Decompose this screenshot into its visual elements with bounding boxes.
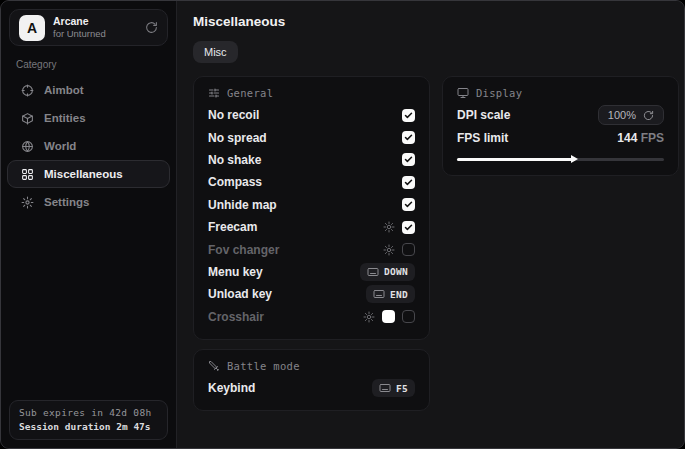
- brand-name: Arcane: [53, 15, 137, 28]
- setting-row-freecam: Freecam: [208, 216, 415, 238]
- general-panel: General No recoil No spread No shake: [193, 76, 430, 340]
- setting-row-fps-limit: FPS limit 144 FPS: [457, 126, 664, 148]
- session-duration-text: Session duration 2m 47s: [19, 421, 158, 432]
- main-content: Miscellaneous Misc: [177, 1, 685, 448]
- sidebar-item-label: Settings: [44, 196, 89, 208]
- grid-icon: [20, 168, 34, 181]
- panel-title: Display: [476, 87, 522, 99]
- keybind-value: END: [390, 289, 408, 300]
- color-swatch[interactable]: [382, 310, 395, 323]
- setting-label: Crosshair: [208, 310, 363, 324]
- gear-icon[interactable]: [363, 311, 375, 323]
- dpi-scale-value: 100%: [608, 109, 636, 121]
- keybind-value: F5: [396, 383, 408, 394]
- setting-label: No spread: [208, 131, 402, 145]
- setting-label: FPS limit: [457, 131, 617, 145]
- keyboard-icon: [379, 382, 391, 394]
- fps-unit: FPS: [641, 131, 664, 145]
- monitor-icon: [457, 87, 469, 99]
- fps-number: 144: [617, 131, 637, 145]
- gear-icon[interactable]: [383, 221, 395, 233]
- gear-icon[interactable]: [383, 244, 395, 256]
- setting-label: Unhide map: [208, 198, 402, 212]
- tab-misc[interactable]: Misc: [193, 41, 238, 63]
- sliders-icon: [208, 87, 220, 99]
- setting-row-no-recoil: No recoil: [208, 104, 415, 126]
- panel-title: General: [227, 87, 273, 99]
- refresh-icon[interactable]: [643, 110, 654, 121]
- checkbox-no-spread[interactable]: [402, 131, 415, 144]
- sidebar-item-aimbot[interactable]: Aimbot: [7, 76, 170, 104]
- refresh-icon[interactable]: [145, 21, 158, 34]
- keybind-button-battle[interactable]: F5: [372, 379, 415, 397]
- setting-row-no-spread: No spread: [208, 126, 415, 148]
- fps-limit-slider[interactable]: [457, 154, 664, 164]
- sidebar-item-label: World: [44, 140, 76, 152]
- slider-thumb[interactable]: [571, 155, 578, 163]
- panel-title: Battle mode: [227, 360, 300, 372]
- setting-label: No shake: [208, 153, 402, 167]
- general-panel-header: General: [208, 87, 415, 99]
- sidebar-item-miscellaneous[interactable]: Miscellaneous: [7, 160, 170, 188]
- brand-text: Arcane for Unturned: [53, 15, 137, 40]
- fps-limit-value: 144 FPS: [617, 131, 664, 145]
- sidebar-nav: Aimbot Entities World: [1, 76, 176, 216]
- keybind-button-unload[interactable]: END: [366, 285, 415, 303]
- tab-bar: Misc: [193, 41, 679, 63]
- dpi-scale-select[interactable]: 100%: [598, 105, 664, 125]
- checkbox-compass[interactable]: [402, 176, 415, 189]
- setting-row-keybind: Keybind F5: [208, 377, 415, 399]
- setting-label: Fov changer: [208, 243, 383, 257]
- sidebar-item-entities[interactable]: Entities: [7, 104, 170, 132]
- setting-label: DPI scale: [457, 108, 598, 122]
- setting-label: Unload key: [208, 287, 366, 301]
- setting-label: No recoil: [208, 108, 402, 122]
- subscription-info: Sub expires in 42d 08h Session duration …: [9, 400, 168, 440]
- keyboard-icon: [373, 288, 385, 300]
- app-window: A Arcane for Unturned Category Aimbot: [0, 0, 685, 449]
- brand-subtitle: for Unturned: [53, 28, 137, 40]
- keybind-button-menu[interactable]: DOWN: [360, 263, 415, 281]
- cube-icon: [20, 112, 34, 125]
- setting-label: Freecam: [208, 220, 383, 234]
- globe-icon: [20, 140, 34, 153]
- gear-icon: [20, 196, 34, 209]
- setting-row-dpi-scale: DPI scale 100%: [457, 104, 664, 126]
- slider-fill: [457, 158, 575, 161]
- sub-expiry-text: Sub expires in 42d 08h: [19, 407, 158, 418]
- setting-label: Keybind: [208, 381, 372, 395]
- brand-card[interactable]: A Arcane for Unturned: [9, 9, 168, 46]
- sword-icon: [208, 360, 220, 372]
- checkbox-fov-changer[interactable]: [402, 243, 415, 256]
- display-panel: Display DPI scale 100%: [442, 76, 679, 176]
- setting-row-crosshair: Crosshair: [208, 306, 415, 328]
- checkbox-freecam[interactable]: [402, 221, 415, 234]
- checkbox-no-shake[interactable]: [402, 153, 415, 166]
- setting-row-fov-changer: Fov changer: [208, 238, 415, 260]
- keyboard-icon: [367, 266, 379, 278]
- setting-row-no-shake: No shake: [208, 149, 415, 171]
- sidebar-item-world[interactable]: World: [7, 132, 170, 160]
- setting-row-menu-key: Menu key DOWN: [208, 261, 415, 283]
- sidebar-item-settings[interactable]: Settings: [7, 188, 170, 216]
- keybind-value: DOWN: [384, 266, 408, 277]
- setting-row-compass: Compass: [208, 171, 415, 193]
- sidebar-item-label: Aimbot: [44, 84, 84, 96]
- display-panel-header: Display: [457, 87, 664, 99]
- sidebar-item-label: Miscellaneous: [44, 168, 123, 180]
- page-title: Miscellaneous: [193, 14, 679, 29]
- battle-mode-panel: Battle mode Keybind F5: [193, 349, 430, 411]
- category-label: Category: [16, 59, 176, 70]
- setting-label: Compass: [208, 175, 402, 189]
- checkbox-unhide-map[interactable]: [402, 198, 415, 211]
- battle-panel-header: Battle mode: [208, 360, 415, 372]
- sidebar-item-label: Entities: [44, 112, 86, 124]
- setting-row-unload-key: Unload key END: [208, 283, 415, 305]
- setting-label: Menu key: [208, 265, 360, 279]
- setting-row-unhide-map: Unhide map: [208, 194, 415, 216]
- sidebar: A Arcane for Unturned Category Aimbot: [1, 1, 177, 448]
- checkbox-no-recoil[interactable]: [402, 109, 415, 122]
- app-logo: A: [19, 15, 45, 41]
- checkbox-crosshair[interactable]: [402, 310, 415, 323]
- crosshair-icon: [20, 84, 34, 97]
